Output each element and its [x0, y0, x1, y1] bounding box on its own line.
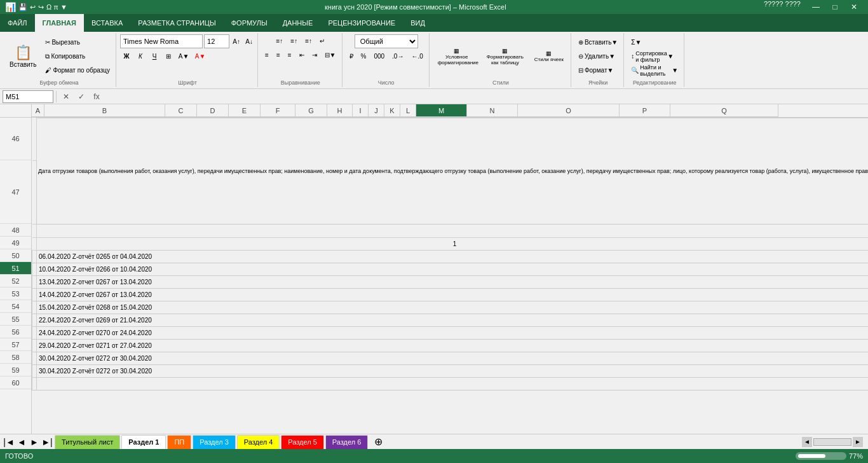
decrease-decimal-button[interactable]: ←.0	[408, 50, 426, 62]
find-select-button[interactable]: 🔍 Найти и выделить ▼	[628, 64, 681, 77]
quick-access-redo[interactable]: ↪	[38, 3, 44, 11]
tab-data[interactable]: ДАННЫЕ	[275, 14, 321, 32]
sheet-tab-section4[interactable]: Раздел 4	[237, 435, 280, 449]
sheet-tab-section6[interactable]: Раздел 6	[325, 435, 369, 449]
cell-b46[interactable]: Дата отгрузки товаров (выполнения работ,…	[37, 118, 869, 225]
cell-a49[interactable]	[32, 238, 37, 251]
cell-b56[interactable]: 24.04.2020 Z-отчет 0270 от 24.04.2020	[37, 327, 869, 340]
add-sheet-button[interactable]: ⊕	[372, 436, 384, 448]
cell-a60[interactable]	[32, 378, 37, 390]
col-header-f[interactable]: F	[261, 104, 295, 117]
sheet-tab-section1[interactable]: Раздел 1	[121, 435, 166, 449]
col-header-k[interactable]: K	[384, 104, 400, 117]
merge-button[interactable]: ⊟▼	[322, 48, 339, 61]
align-right-button[interactable]: ≡	[285, 48, 295, 61]
col-header-e[interactable]: E	[229, 104, 261, 117]
col-header-m[interactable]: M	[416, 104, 467, 117]
col-header-l[interactable]: L	[400, 104, 416, 117]
sort-filter-button[interactable]: ↕ Сортировка и фильтр ▼	[628, 50, 681, 63]
row-header-59[interactable]: 59	[0, 364, 31, 377]
col-header-j[interactable]: J	[369, 104, 384, 117]
col-header-o[interactable]: O	[518, 104, 620, 117]
cell-a48[interactable]	[32, 225, 37, 238]
cell-b52[interactable]: 13.04.2020 Z-отчет 0267 от 13.04.2020	[37, 276, 869, 289]
align-center-button[interactable]: ≡	[273, 48, 283, 61]
cell-b59[interactable]: 30.04.2020 Z-отчёт 0272 от 30.04.2020	[37, 365, 869, 378]
cell-b51[interactable]: 10.04.2020 Z-отчёт 0266 от 10.04.2020	[37, 263, 869, 276]
scroll-prev-tab[interactable]: ◄	[15, 436, 28, 448]
indent-decrease-button[interactable]: ⇤	[296, 48, 308, 61]
cell-a52[interactable]	[32, 276, 37, 289]
col-header-c[interactable]: C	[165, 104, 197, 117]
cell-a59[interactable]	[32, 365, 37, 378]
row-header-48[interactable]: 48	[0, 224, 31, 237]
bold-button[interactable]: Ж	[120, 50, 133, 62]
insert-function-button[interactable]: fx	[90, 90, 104, 103]
col-header-a[interactable]: A	[32, 104, 44, 117]
row-header-55[interactable]: 55	[0, 313, 31, 326]
row-header-54[interactable]: 54	[0, 300, 31, 313]
cell-b58[interactable]: 30.04.2020 Z-отчет 0272 от 30.04.2020	[37, 352, 869, 365]
cell-reference-box[interactable]	[3, 90, 53, 103]
minimize-button[interactable]: —	[807, 0, 825, 14]
cancel-formula-button[interactable]: ✕	[59, 90, 73, 103]
copy-button[interactable]: ⧉ Копировать	[42, 50, 113, 63]
row-header-46[interactable]: 46	[0, 118, 31, 160]
tab-file[interactable]: ФАЙЛ	[0, 14, 35, 32]
sum-button[interactable]: Σ▼	[628, 36, 681, 49]
cell-a47[interactable]	[32, 161, 37, 225]
cell-a53[interactable]	[32, 289, 37, 301]
italic-button[interactable]: К	[134, 50, 147, 62]
align-top-left-button[interactable]: ≡↑	[273, 34, 287, 47]
tab-home[interactable]: ГЛАВНАЯ	[35, 14, 84, 32]
format-as-table-button[interactable]: ▦ Форматировать как таблицу	[482, 35, 529, 78]
comma-button[interactable]: 000	[370, 50, 388, 62]
cell-styles-button[interactable]: ▦ Стили ячеек	[530, 35, 568, 78]
cell-a50[interactable]	[32, 251, 37, 263]
col-header-d[interactable]: D	[197, 104, 229, 117]
tab-page-layout[interactable]: РАЗМЕТКА СТРАНИЦЫ	[130, 14, 223, 32]
scroll-next-tab[interactable]: ►	[28, 436, 41, 448]
align-top-right-button[interactable]: ≡↑	[302, 34, 315, 47]
cell-b53[interactable]: 14.04.2020 Z-отчет 0267 от 13.04.2020	[37, 289, 869, 301]
maximize-button[interactable]: □	[826, 0, 844, 14]
row-header-58[interactable]: 58	[0, 351, 31, 364]
indent-increase-button[interactable]: ⇥	[309, 48, 320, 61]
percent-button[interactable]: %	[358, 50, 370, 62]
increase-font-button[interactable]: A↑	[231, 35, 242, 48]
tab-view[interactable]: ВИД	[403, 14, 433, 32]
cell-b54[interactable]: 15.04.2020 Z-отчёт 0268 от 15.04.2020	[37, 301, 869, 314]
quick-access-undo[interactable]: ↩	[30, 3, 36, 11]
cell-b60[interactable]	[37, 378, 869, 390]
cell-a46[interactable]	[32, 118, 37, 161]
cell-a54[interactable]	[32, 301, 37, 314]
row-header-56[interactable]: 56	[0, 326, 31, 338]
close-button[interactable]: ✕	[845, 0, 863, 14]
paste-button[interactable]: 📋 Вставить	[5, 35, 41, 78]
cut-button[interactable]: ✂ Вырезать	[42, 36, 113, 49]
align-left-button[interactable]: ≡	[262, 48, 272, 61]
cell-a58[interactable]	[32, 352, 37, 365]
row-header-49[interactable]: 49	[0, 237, 31, 249]
sheet-tab-title[interactable]: Титульный лист	[55, 435, 120, 449]
col-header-q[interactable]: Q	[670, 104, 778, 117]
col-header-b[interactable]: B	[44, 104, 165, 117]
underline-button[interactable]: Ч	[148, 50, 161, 62]
row-header-50[interactable]: 50	[0, 249, 31, 262]
col-header-p[interactable]: P	[620, 104, 670, 117]
increase-decimal-button[interactable]: .0→	[389, 50, 407, 62]
align-top-center-button[interactable]: ≡↑	[287, 34, 301, 47]
font-name-input[interactable]	[120, 34, 203, 48]
sheet-tab-section3[interactable]: Раздел 3	[193, 435, 236, 449]
insert-cells-button[interactable]: ⊕ Вставить ▼	[575, 36, 621, 49]
cell-a51[interactable]	[32, 263, 37, 276]
font-color-button[interactable]: A▼	[193, 50, 208, 62]
col-header-i[interactable]: I	[353, 104, 369, 117]
scroll-right-btn[interactable]: ►	[853, 437, 863, 447]
sheet-tab-pp[interactable]: ПП	[167, 435, 191, 449]
scroll-first-tab[interactable]: |◄	[3, 436, 15, 448]
currency-button[interactable]: ₽	[346, 50, 356, 62]
cell-a56[interactable]	[32, 327, 37, 340]
delete-cells-button[interactable]: ⊖ Удалить ▼	[575, 50, 621, 63]
tab-formulas[interactable]: ФОРМУЛЫ	[224, 14, 275, 32]
